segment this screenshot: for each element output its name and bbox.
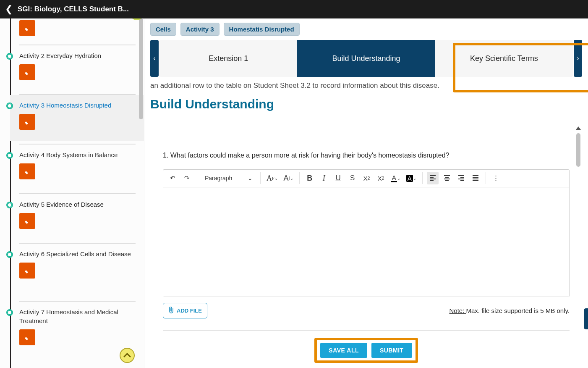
scrollbar-thumb[interactable]: [139, 18, 143, 119]
paragraph-style-select[interactable]: Paragraph ⌄: [201, 172, 256, 184]
save-all-button[interactable]: SAVE ALL: [320, 343, 367, 358]
timeline-node-icon: [6, 202, 13, 208]
note-text: Max. file size supported is 5 MB only.: [466, 307, 570, 314]
align-justify-icon[interactable]: [470, 172, 481, 184]
add-file-label: ADD FILE: [177, 308, 202, 314]
activity-icon: [19, 64, 35, 80]
sidebar-item-activity-5[interactable]: Activity 5 Evidence of Disease: [10, 194, 144, 240]
question-panel: 1. What factors could make a person more…: [150, 118, 582, 368]
activity-icon: [19, 263, 35, 279]
sidebar-item-label: Activity 5 Evidence of Disease: [19, 200, 136, 209]
chevron-down-icon: ⌄: [248, 175, 253, 181]
text-color-icon[interactable]: A ⌄: [389, 172, 402, 184]
activity-icon: [19, 114, 35, 130]
timeline-node-icon: [6, 251, 13, 258]
tabs-prev-button[interactable]: ‹: [150, 40, 159, 77]
paperclip-icon: [168, 307, 174, 315]
sidebar-item-activity-3[interactable]: Activity 3 Homeostasis Disrupted: [10, 95, 144, 141]
sidebar-item-label: Activity 6 Specialized Cells and Disease: [19, 250, 136, 258]
timeline-node-icon: [6, 53, 13, 60]
action-buttons-highlight: SAVE ALL SUBMIT: [314, 338, 418, 363]
timeline-node-icon: [6, 103, 13, 109]
editor-toolbar: ↶ ↷ Paragraph ⌄ AF ⌄ AI ⌄ B I U: [163, 170, 569, 187]
paragraph-label: Paragraph: [205, 175, 232, 181]
tabs-next-button[interactable]: ›: [574, 40, 582, 77]
subscript-icon[interactable]: X2: [361, 172, 373, 184]
activity-icon: [19, 213, 35, 229]
underline-icon[interactable]: U: [332, 172, 344, 184]
scroll-to-top-button[interactable]: [120, 348, 135, 363]
sidebar-item-activity-2[interactable]: Activity 2 Everyday Hydration: [10, 45, 144, 92]
editor-textarea[interactable]: [163, 187, 569, 297]
tab-extension-1[interactable]: Extension 1: [159, 40, 297, 77]
align-left-icon[interactable]: [427, 172, 439, 184]
submit-button[interactable]: SUBMIT: [371, 343, 412, 358]
section-heading: Build Understanding: [150, 97, 582, 111]
scroll-up-arrow-icon[interactable]: [576, 126, 581, 130]
rich-text-editor: ↶ ↷ Paragraph ⌄ AF ⌄ AI ⌄ B I U: [163, 169, 570, 297]
right-drawer-handle[interactable]: [584, 308, 588, 329]
sidebar-item-activity-4[interactable]: Activity 4 Body Systems in Balance: [10, 145, 144, 191]
note-label: Note:: [449, 307, 466, 314]
redo-icon[interactable]: ↷: [181, 172, 193, 184]
tab-key-scientific-terms[interactable]: Key Scientific Terms: [435, 40, 573, 77]
sidebar-item-activity-7[interactable]: Activity 7 Homeostasis and Medical Treat…: [10, 302, 144, 351]
sidebar-item-partial[interactable]: [10, 18, 144, 42]
breadcrumb-homeostasis[interactable]: Homestatis Disrupted: [224, 23, 300, 36]
sidebar-item-label: Activity 7 Homeostasis and Medical Treat…: [19, 308, 136, 325]
panel-scrollbar[interactable]: [575, 126, 582, 317]
add-file-button[interactable]: ADD FILE: [163, 303, 207, 318]
font-size-icon[interactable]: AI ⌄: [282, 172, 295, 184]
superscript-icon[interactable]: X2: [375, 172, 387, 184]
activity-icon: [19, 329, 35, 345]
sidebar-item-activity-6[interactable]: Activity 6 Specialized Cells and Disease: [10, 244, 144, 298]
highlight-color-icon[interactable]: A ⌄: [405, 172, 418, 184]
timeline-node-icon: [6, 309, 13, 316]
activity-icon: [19, 20, 35, 36]
file-size-note: Note: Max. file size supported is 5 MB o…: [449, 307, 570, 314]
italic-icon[interactable]: I: [318, 172, 330, 184]
sidebar-item-label: Activity 3 Homeostasis Disrupted: [19, 101, 136, 110]
sidebar-item-label: Activity 4 Body Systems in Balance: [19, 150, 136, 159]
intro-text: an additional row to the table on Studen…: [150, 77, 582, 97]
question-text: 1. What factors could make a person more…: [163, 152, 570, 159]
align-center-icon[interactable]: [441, 172, 453, 184]
tab-build-understanding[interactable]: Build Understanding: [297, 40, 435, 77]
breadcrumb-cells[interactable]: Cells: [150, 23, 176, 36]
sidebar: Activity 2 Everyday Hydration Activity 3…: [0, 18, 144, 368]
back-icon[interactable]: ❮: [5, 4, 13, 15]
align-right-icon[interactable]: [455, 172, 467, 184]
undo-icon[interactable]: ↶: [167, 172, 178, 184]
sidebar-item-label: Activity 2 Everyday Hydration: [19, 51, 136, 60]
more-options-icon[interactable]: ⋮: [490, 172, 502, 184]
strikethrough-icon[interactable]: S: [347, 172, 358, 184]
app-title: SGI: Biology, CELLS Student B...: [18, 5, 129, 13]
breadcrumb-activity-3[interactable]: Activity 3: [180, 23, 220, 36]
breadcrumb: Cells Activity 3 Homestatis Disrupted: [144, 18, 588, 40]
timeline-node-icon: [6, 152, 13, 159]
app-header: ❮ SGI: Biology, CELLS Student B...: [0, 0, 588, 18]
activity-icon: [19, 163, 35, 179]
sidebar-scrollbar[interactable]: [138, 18, 144, 368]
panel-scrollbar-thumb[interactable]: [576, 133, 580, 167]
font-family-icon[interactable]: AF ⌄: [265, 172, 280, 184]
main-content: Cells Activity 3 Homestatis Disrupted ‹ …: [144, 18, 588, 368]
bold-icon[interactable]: B: [304, 172, 316, 184]
